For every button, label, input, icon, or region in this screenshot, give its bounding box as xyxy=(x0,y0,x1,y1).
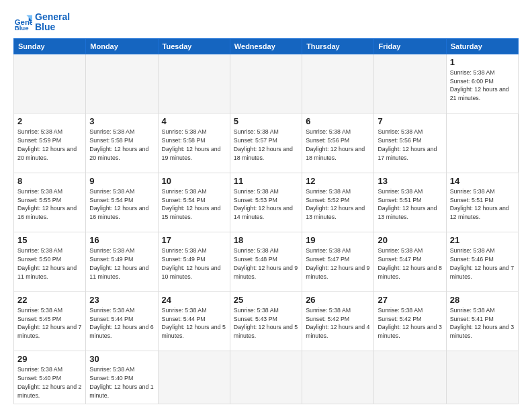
day-number: 4 xyxy=(162,116,226,126)
day-number: 18 xyxy=(234,235,298,245)
day-info: Sunrise: 5:38 AM Sunset: 5:40 PM Dayligh… xyxy=(89,365,154,400)
day-info: Sunrise: 5:38 AM Sunset: 5:58 PM Dayligh… xyxy=(89,128,154,162)
day-info: Sunrise: 5:38 AM Sunset: 5:47 PM Dayligh… xyxy=(306,246,370,281)
day-info: Sunrise: 5:38 AM Sunset: 5:48 PM Dayligh… xyxy=(234,246,298,281)
day-cell xyxy=(158,351,230,404)
day-cell: 27 Sunrise: 5:38 AM Sunset: 5:42 PM Dayl… xyxy=(374,291,446,351)
day-number: 20 xyxy=(378,235,442,245)
day-info: Sunrise: 5:38 AM Sunset: 5:44 PM Dayligh… xyxy=(89,306,154,340)
day-cell xyxy=(446,351,518,404)
week-row: 29 Sunrise: 5:38 AM Sunset: 5:40 PM Dayl… xyxy=(14,351,519,404)
day-info: Sunrise: 5:38 AM Sunset: 5:42 PM Dayligh… xyxy=(306,306,370,340)
day-header: Saturday xyxy=(446,38,518,54)
day-cell: 3 Sunrise: 5:38 AM Sunset: 5:58 PM Dayli… xyxy=(86,113,158,173)
day-number: 14 xyxy=(450,176,515,186)
day-header: Sunday xyxy=(14,38,86,54)
day-cell: 13 Sunrise: 5:38 AM Sunset: 5:51 PM Dayl… xyxy=(374,173,446,232)
day-info: Sunrise: 5:38 AM Sunset: 5:46 PM Dayligh… xyxy=(450,246,515,281)
day-number: 28 xyxy=(450,295,515,305)
day-number: 30 xyxy=(89,354,154,364)
empty-cell xyxy=(230,54,302,113)
day-info: Sunrise: 5:38 AM Sunset: 5:56 PM Dayligh… xyxy=(378,128,442,162)
day-info: Sunrise: 5:38 AM Sunset: 5:51 PM Dayligh… xyxy=(378,187,442,222)
day-number: 23 xyxy=(89,295,154,305)
day-number: 2 xyxy=(17,116,82,126)
day-info: Sunrise: 5:38 AM Sunset: 5:42 PM Dayligh… xyxy=(378,306,442,340)
week-row: 2 Sunrise: 5:38 AM Sunset: 5:59 PM Dayli… xyxy=(14,113,519,173)
day-cell: 22 Sunrise: 5:38 AM Sunset: 5:45 PM Dayl… xyxy=(14,291,86,351)
day-info: Sunrise: 5:38 AM Sunset: 5:51 PM Dayligh… xyxy=(450,187,515,222)
day-cell xyxy=(302,351,374,404)
day-info: Sunrise: 5:38 AM Sunset: 5:59 PM Dayligh… xyxy=(17,128,82,162)
day-cell: 25 Sunrise: 5:38 AM Sunset: 5:43 PM Dayl… xyxy=(230,291,302,351)
logo: General Blue General Blue xyxy=(13,12,70,33)
day-info: Sunrise: 5:38 AM Sunset: 5:41 PM Dayligh… xyxy=(450,306,515,340)
day-number: 6 xyxy=(306,116,370,126)
day-cell: 19 Sunrise: 5:38 AM Sunset: 5:47 PM Dayl… xyxy=(302,232,374,292)
page: General Blue General Blue SundayMondayTu… xyxy=(0,0,532,411)
day-number: 26 xyxy=(306,295,370,305)
day-info: Sunrise: 5:38 AM Sunset: 5:54 PM Dayligh… xyxy=(89,187,154,222)
day-info: Sunrise: 5:38 AM Sunset: 5:49 PM Dayligh… xyxy=(89,246,154,281)
day-cell: 11 Sunrise: 5:38 AM Sunset: 5:53 PM Dayl… xyxy=(230,173,302,232)
day-info: Sunrise: 5:38 AM Sunset: 5:43 PM Dayligh… xyxy=(234,306,298,340)
day-cell: 29 Sunrise: 5:38 AM Sunset: 5:40 PM Dayl… xyxy=(14,351,86,404)
day-number: 22 xyxy=(17,295,82,305)
day-cell: 30 Sunrise: 5:38 AM Sunset: 5:40 PM Dayl… xyxy=(86,351,158,404)
day-cell: 5 Sunrise: 5:38 AM Sunset: 5:57 PM Dayli… xyxy=(230,113,302,173)
empty-cell xyxy=(374,54,446,113)
week-row: 22 Sunrise: 5:38 AM Sunset: 5:45 PM Dayl… xyxy=(14,291,519,351)
day-cell: 17 Sunrise: 5:38 AM Sunset: 5:49 PM Dayl… xyxy=(158,232,230,292)
day-number: 17 xyxy=(162,235,226,245)
day-header: Friday xyxy=(374,38,446,54)
day-cell: 9 Sunrise: 5:38 AM Sunset: 5:54 PM Dayli… xyxy=(86,173,158,232)
day-cell: 4 Sunrise: 5:38 AM Sunset: 5:58 PM Dayli… xyxy=(158,113,230,173)
day-info: Sunrise: 5:38 AM Sunset: 5:53 PM Dayligh… xyxy=(234,187,298,222)
empty-cell xyxy=(14,54,86,113)
day-info: Sunrise: 5:38 AM Sunset: 5:52 PM Dayligh… xyxy=(306,187,370,222)
day-number: 24 xyxy=(162,295,226,305)
day-cell: 28 Sunrise: 5:38 AM Sunset: 5:41 PM Dayl… xyxy=(446,291,518,351)
day-cell: 14 Sunrise: 5:38 AM Sunset: 5:51 PM Dayl… xyxy=(446,173,518,232)
day-cell: 24 Sunrise: 5:38 AM Sunset: 5:44 PM Dayl… xyxy=(158,291,230,351)
day-info: Sunrise: 5:38 AM Sunset: 5:49 PM Dayligh… xyxy=(162,246,226,281)
day-header: Thursday xyxy=(302,38,374,54)
day-number: 29 xyxy=(17,354,82,364)
day-number: 12 xyxy=(306,176,370,186)
logo-text: General Blue xyxy=(35,12,70,33)
day-number: 16 xyxy=(89,235,154,245)
empty-cell xyxy=(302,54,374,113)
day-cell xyxy=(230,351,302,404)
calendar-header-row: SundayMondayTuesdayWednesdayThursdayFrid… xyxy=(14,38,519,54)
day-number: 1 xyxy=(450,57,515,67)
day-cell: 15 Sunrise: 5:38 AM Sunset: 5:50 PM Dayl… xyxy=(14,232,86,292)
day-info: Sunrise: 5:38 AM Sunset: 5:54 PM Dayligh… xyxy=(162,187,226,222)
day-cell: 6 Sunrise: 5:38 AM Sunset: 5:56 PM Dayli… xyxy=(302,113,374,173)
day-header: Monday xyxy=(86,38,158,54)
week-row: 1 Sunrise: 5:38 AM Sunset: 6:00 PM Dayli… xyxy=(14,54,519,113)
calendar: SundayMondayTuesdayWednesdayThursdayFrid… xyxy=(13,38,519,404)
empty-cell xyxy=(158,54,230,113)
day-cell: 2 Sunrise: 5:38 AM Sunset: 5:59 PM Dayli… xyxy=(14,113,86,173)
logo-icon: General Blue xyxy=(13,13,32,32)
day-header: Wednesday xyxy=(230,38,302,54)
day-number: 19 xyxy=(306,235,370,245)
day-number: 3 xyxy=(89,116,154,126)
day-number: 9 xyxy=(89,176,154,186)
day-number: 8 xyxy=(17,176,82,186)
week-row: 15 Sunrise: 5:38 AM Sunset: 5:50 PM Dayl… xyxy=(14,232,519,292)
day-info: Sunrise: 5:38 AM Sunset: 5:55 PM Dayligh… xyxy=(17,187,82,222)
day-cell: 16 Sunrise: 5:38 AM Sunset: 5:49 PM Dayl… xyxy=(86,232,158,292)
day-number: 7 xyxy=(378,116,442,126)
day-number: 11 xyxy=(234,176,298,186)
day-number: 25 xyxy=(234,295,298,305)
day-cell: 21 Sunrise: 5:38 AM Sunset: 5:46 PM Dayl… xyxy=(446,232,518,292)
day-info: Sunrise: 5:38 AM Sunset: 5:56 PM Dayligh… xyxy=(306,128,370,162)
week-row: 8 Sunrise: 5:38 AM Sunset: 5:55 PM Dayli… xyxy=(14,173,519,232)
empty-cell xyxy=(86,54,158,113)
day-info: Sunrise: 5:38 AM Sunset: 5:58 PM Dayligh… xyxy=(162,128,226,162)
day-info: Sunrise: 5:38 AM Sunset: 5:47 PM Dayligh… xyxy=(378,246,442,281)
svg-text:Blue: Blue xyxy=(15,25,29,32)
day-info: Sunrise: 5:38 AM Sunset: 6:00 PM Dayligh… xyxy=(450,68,515,103)
day-info: Sunrise: 5:38 AM Sunset: 5:44 PM Dayligh… xyxy=(162,306,226,340)
